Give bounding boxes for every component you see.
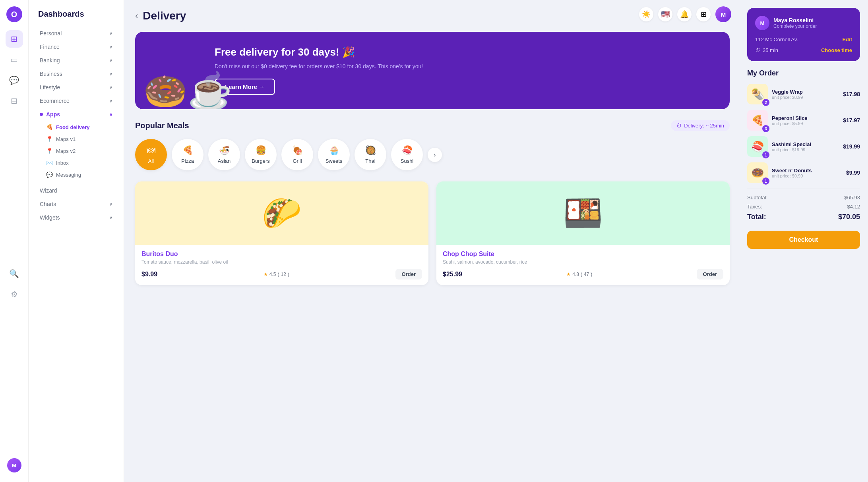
chevron-down-icon: ∨	[109, 58, 112, 63]
time-text: 35 min	[763, 47, 778, 53]
categories-next-button[interactable]: ›	[428, 148, 442, 162]
star-icon: ★	[566, 272, 571, 277]
total-value: $70.05	[838, 213, 860, 221]
sidebar-icon-search[interactable]: 🔍	[6, 265, 23, 282]
promo-food-art: 🍩☕	[143, 73, 232, 109]
sidebar-subitem-inbox[interactable]: ✉️ Inbox	[41, 157, 117, 169]
sushi-icon: 🍣	[402, 145, 413, 156]
category-pizza[interactable]: 🍕 Pizza	[172, 139, 203, 170]
profile-name: Maya Rosselini	[773, 17, 817, 23]
all-icon: 🍽	[147, 145, 155, 156]
nav-sidebar: Dashboards Personal ∨ Finance ∨ Banking …	[29, 0, 124, 482]
order-item-name-2: Sashimi Special	[772, 141, 839, 147]
order-item-image-3: 🍩 1	[747, 162, 768, 183]
order-item-1: 🍕 3 Peperoni Slice unit price: $5.99 $17…	[747, 110, 860, 131]
sweets-icon: 🧁	[329, 145, 339, 156]
category-pizza-label: Pizza	[181, 158, 194, 164]
food-card-name-0: Buritos Duo	[141, 251, 422, 258]
qty-badge-0: 2	[762, 99, 769, 106]
choose-time-button[interactable]: Choose time	[821, 47, 852, 53]
sun-icon[interactable]: ☀️	[639, 7, 653, 21]
sidebar-icon-settings[interactable]: ⚙	[6, 285, 23, 303]
asian-icon: 🍜	[219, 145, 230, 156]
category-burgers[interactable]: 🍔 Burgers	[245, 139, 277, 170]
sidebar-item-ecommerce[interactable]: Ecommerce ∨	[35, 94, 117, 108]
order-item-unit-1: unit price: $5.99	[772, 121, 839, 126]
food-card-rating-0: ★ 4.5 (12)	[264, 272, 289, 277]
order-item-2: 🍣 1 Sashimi Special unit price: $19.99 $…	[747, 136, 860, 157]
sidebar-subitem-food-delivery[interactable]: 🍕 Food delivery	[41, 121, 117, 133]
sidebar-item-personal[interactable]: Personal ∨	[35, 27, 117, 40]
profile-avatar: M	[755, 16, 769, 30]
category-grill[interactable]: 🍖 Grill	[281, 139, 313, 170]
total-row: Total: $70.05	[747, 213, 860, 221]
order-item-name-3: Sweet n' Donuts	[772, 168, 842, 174]
grid-icon[interactable]: ⊞	[696, 7, 711, 21]
order-button-0[interactable]: Order	[395, 269, 422, 280]
sidebar-icon-dashboard[interactable]: ⊞	[6, 30, 23, 48]
chevron-down-icon: ∨	[109, 98, 112, 104]
food-card-image-0: 🌮	[135, 181, 428, 245]
checkout-button[interactable]: Checkout	[747, 231, 860, 249]
profile-sub: Complete your order	[773, 23, 817, 29]
sidebar-user-avatar[interactable]: M	[7, 458, 21, 472]
sidebar-item-banking[interactable]: Banking ∨	[35, 54, 117, 67]
delivery-time-text: Delivery: ~ 25min	[684, 123, 724, 129]
order-item-name-1: Peperoni Slice	[772, 115, 839, 121]
subtotal-row: Subtotal: $65.93	[747, 195, 860, 201]
qty-badge-3: 1	[762, 177, 769, 185]
pizza-icon: 🍕	[182, 145, 193, 156]
map-icon: 📍	[46, 148, 53, 154]
chevron-down-icon: ∨	[109, 85, 112, 90]
category-sweets[interactable]: 🧁 Sweets	[318, 139, 350, 170]
star-icon: ★	[264, 272, 268, 277]
food-card-1: 🍱 Chop Chop Suite Sushi, salmon, avocado…	[436, 181, 730, 285]
category-all[interactable]: 🍽 All	[135, 139, 167, 170]
edit-address-button[interactable]: Edit	[842, 37, 852, 42]
apps-dot	[40, 113, 43, 116]
inbox-icon: ✉️	[46, 160, 53, 166]
order-item-name-0: Veggie Wrap	[772, 89, 839, 95]
order-summary: Subtotal: $65.93 Taxes: $4.12 Total: $70…	[747, 189, 860, 221]
sidebar-subitem-maps-v2[interactable]: 📍 Maps v2	[41, 145, 117, 157]
flag-icon[interactable]: 🇺🇸	[658, 7, 672, 21]
order-item-unit-0: unit price: $8.99	[772, 95, 839, 100]
sidebar-item-apps[interactable]: Apps ∧	[35, 108, 117, 121]
category-sushi[interactable]: 🍣 Sushi	[391, 139, 423, 170]
sidebar-item-charts[interactable]: Charts ∨	[35, 197, 117, 211]
sidebar-item-finance[interactable]: Finance ∨	[35, 40, 117, 54]
burgers-icon: 🍔	[256, 145, 266, 156]
food-card-name-1: Chop Chop Suite	[443, 251, 723, 258]
qty-badge-1: 3	[762, 125, 769, 132]
chevron-up-icon: ∧	[109, 112, 112, 117]
sidebar-item-lifestyle[interactable]: Lifestyle ∨	[35, 81, 117, 94]
app-logo[interactable]	[6, 6, 22, 22]
category-asian[interactable]: 🍜 Asian	[208, 139, 240, 170]
food-card-desc-1: Sushi, salmon, avocado, cucumber, rice	[443, 259, 723, 265]
category-all-label: All	[148, 158, 154, 164]
food-card-0: 🌮 Buritos Duo Tomato sauce, mozzarella, …	[135, 181, 428, 285]
food-card-desc-0: Tomato sauce, mozzarella, basil, olive o…	[141, 259, 422, 265]
order-button-1[interactable]: Order	[697, 269, 723, 280]
sidebar-item-wizard[interactable]: Wizard	[35, 184, 117, 197]
category-thai[interactable]: 🥘 Thai	[355, 139, 386, 170]
sidebar-subitem-maps-v1[interactable]: 📍 Maps v1	[41, 133, 117, 145]
sidebar-icon-chat[interactable]: 💬	[6, 71, 23, 89]
popular-meals-title: Popular Meals	[135, 121, 189, 130]
category-sweets-label: Sweets	[326, 158, 343, 164]
food-card-price-0: $9.99	[141, 271, 157, 278]
sidebar-subitem-messaging[interactable]: 💬 Messaging	[41, 169, 117, 181]
user-avatar[interactable]: M	[715, 6, 731, 22]
rating-value-1: 4.8	[572, 272, 579, 277]
sidebar-icon-table[interactable]: ⊟	[6, 92, 23, 110]
sidebar-icon-layout[interactable]: ▭	[6, 51, 23, 68]
back-button[interactable]: ‹	[135, 12, 138, 20]
my-order-title: My Order	[747, 69, 860, 77]
icon-sidebar: ⊞ ▭ 💬 ⊟ 🔍 ⚙ M	[0, 0, 29, 482]
food-card-body-0: Buritos Duo Tomato sauce, mozzarella, ba…	[135, 245, 428, 285]
chevron-down-icon: ∨	[109, 71, 112, 77]
sidebar-item-widgets[interactable]: Widgets ∨	[35, 211, 117, 224]
bell-icon[interactable]: 🔔	[677, 7, 692, 21]
sidebar-item-business[interactable]: Business ∨	[35, 67, 117, 81]
qty-badge-2: 1	[762, 151, 769, 158]
